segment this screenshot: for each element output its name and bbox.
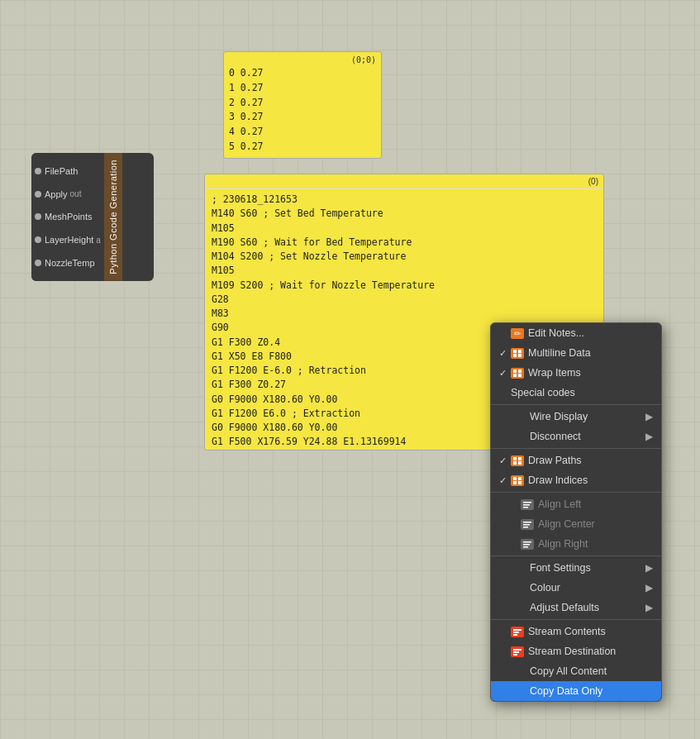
- port-filepath: FilePath: [31, 164, 104, 179]
- svg-rect-23: [523, 522, 531, 523]
- code-line: M104 S200 ; Set Nozzle Temperature: [212, 250, 597, 264]
- svg-rect-6: [513, 354, 517, 357]
- menu-item-wire-display[interactable]: Wire Display▶: [491, 407, 661, 427]
- menu-item-copy-data-only[interactable]: Copy Data Only: [491, 681, 661, 701]
- node-block[interactable]: FilePath Apply out MeshPoints LayerHeigh…: [31, 153, 154, 281]
- menu-item-label: Multiline Data: [528, 347, 653, 359]
- align-right-icon: [521, 539, 534, 550]
- menu-item-label: Stream Contents: [528, 626, 653, 637]
- svg-rect-27: [523, 544, 530, 546]
- top-panel-lines: 0 0.271 0.272 0.273 0.274 0.275 0.27: [229, 66, 376, 155]
- port-layerheight: LayerHeight a: [31, 232, 104, 247]
- panel-line: 0 0.27: [229, 66, 376, 81]
- svg-rect-33: [513, 651, 519, 653]
- panel-line: 3 0.27: [229, 110, 376, 125]
- svg-rect-19: [518, 481, 521, 484]
- menu-item-label: Adjust Defaults: [530, 602, 645, 613]
- svg-rect-22: [523, 507, 528, 508]
- menu-item-draw-indices[interactable]: ✓Draw Indices: [491, 470, 661, 490]
- menu-item-colour[interactable]: Colour▶: [491, 578, 661, 598]
- port-nozzletemp: NozzleTemp: [31, 255, 104, 270]
- svg-rect-34: [513, 654, 517, 656]
- node-label: Python Gcode Generation: [104, 153, 122, 281]
- port-meshpoints: MeshPoints: [31, 209, 104, 224]
- svg-rect-21: [523, 504, 530, 506]
- context-menu[interactable]: ✏Edit Notes...✓Multiline Data✓Wrap Items…: [490, 322, 662, 702]
- pencil-icon: ✏: [511, 328, 524, 339]
- menu-check: ✓: [499, 348, 511, 359]
- menu-divider: [491, 555, 661, 556]
- code-line: M83: [212, 307, 597, 321]
- icon-spacer: [511, 582, 526, 594]
- menu-item-stream-contents[interactable]: Stream Contents: [491, 622, 661, 641]
- panel-line: 1 0.27: [229, 81, 376, 96]
- port-dot: [35, 213, 41, 220]
- menu-item-label: Align Right: [538, 538, 653, 550]
- icon-spacer: [511, 665, 526, 677]
- svg-rect-20: [523, 502, 531, 503]
- port-dot: [35, 236, 41, 243]
- code-line: M140 S60 ; Set Bed Temperature: [212, 207, 597, 221]
- svg-rect-8: [513, 370, 517, 373]
- menu-item-adjust-defaults[interactable]: Adjust Defaults▶: [491, 598, 661, 617]
- panel-line: 4 0.27: [229, 125, 376, 140]
- menu-arrow-icon: ▶: [645, 562, 653, 574]
- menu-item-edit-notes[interactable]: ✏Edit Notes...: [491, 323, 661, 343]
- top-data-panel: (0;0) 0 0.271 0.272 0.273 0.274 0.275 0.…: [223, 51, 382, 159]
- svg-rect-4: [513, 350, 517, 353]
- icon-spacer: [511, 685, 526, 697]
- svg-rect-7: [518, 354, 521, 357]
- menu-divider: [491, 619, 661, 620]
- menu-divider: [491, 492, 661, 493]
- grid-icon: [511, 455, 524, 466]
- svg-rect-11: [518, 374, 521, 377]
- grid-icon: [511, 348, 524, 359]
- icon-spacer: [511, 411, 526, 422]
- svg-rect-31: [513, 634, 517, 636]
- menu-item-label: Draw Paths: [528, 455, 653, 466]
- panel-line: 5 0.27: [229, 140, 376, 155]
- svg-rect-24: [523, 524, 530, 526]
- icon-spacer: [511, 431, 526, 442]
- menu-divider: [491, 404, 661, 405]
- menu-item-special-codes[interactable]: Special codes: [491, 383, 661, 403]
- menu-item-label: Align Left: [538, 498, 653, 510]
- svg-rect-15: [518, 461, 521, 465]
- menu-item-copy-all-content[interactable]: Copy All Content: [491, 661, 661, 681]
- code-line: M190 S60 ; Wait for Bed Temperature: [212, 236, 597, 250]
- menu-arrow-icon: ▶: [645, 602, 653, 613]
- svg-rect-13: [518, 457, 521, 460]
- menu-check: ✓: [499, 368, 511, 379]
- svg-rect-14: [513, 461, 517, 465]
- menu-item-align-left[interactable]: Align Left: [491, 494, 661, 514]
- port-dot: [35, 191, 41, 198]
- menu-item-align-center[interactable]: Align Center: [491, 514, 661, 534]
- stream-icon: [511, 627, 524, 637]
- svg-rect-26: [523, 541, 531, 543]
- svg-rect-30: [513, 632, 519, 633]
- stream-icon: [511, 646, 524, 657]
- svg-rect-29: [513, 629, 521, 631]
- code-line: ; 230618_121653: [212, 193, 597, 207]
- menu-item-multiline-data[interactable]: ✓Multiline Data: [491, 343, 661, 363]
- menu-item-label: Copy All Content: [530, 665, 653, 677]
- top-panel-header: (0;0): [229, 55, 376, 64]
- align-center-icon: [521, 519, 534, 530]
- menu-item-font-settings[interactable]: Font Settings▶: [491, 558, 661, 578]
- code-line: M105: [212, 264, 597, 278]
- menu-item-draw-paths[interactable]: ✓Draw Paths: [491, 451, 661, 470]
- port-apply: Apply out: [31, 187, 104, 202]
- menu-item-label: Stream Destination: [528, 646, 653, 657]
- node-ports: FilePath Apply out MeshPoints LayerHeigh…: [31, 153, 104, 281]
- menu-check: ✓: [499, 475, 511, 486]
- port-dot: [35, 260, 41, 266]
- code-line: G28: [212, 293, 597, 307]
- svg-rect-32: [513, 649, 521, 651]
- icon-spacer: [511, 562, 526, 574]
- menu-item-align-right[interactable]: Align Right: [491, 534, 661, 554]
- menu-item-wrap-items[interactable]: ✓Wrap Items: [491, 363, 661, 383]
- menu-item-label: Disconnect: [530, 431, 645, 442]
- menu-item-stream-destination[interactable]: Stream Destination: [491, 641, 661, 661]
- menu-divider: [491, 448, 661, 449]
- menu-item-disconnect[interactable]: Disconnect▶: [491, 427, 661, 446]
